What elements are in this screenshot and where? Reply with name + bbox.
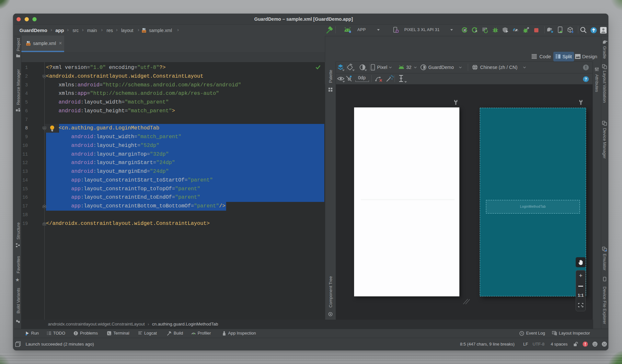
svg-text:A: A xyxy=(475,29,478,33)
svg-text:<>: <> xyxy=(27,43,30,46)
svg-text:<>: <> xyxy=(143,30,146,33)
svg-text:?: ? xyxy=(585,77,587,82)
